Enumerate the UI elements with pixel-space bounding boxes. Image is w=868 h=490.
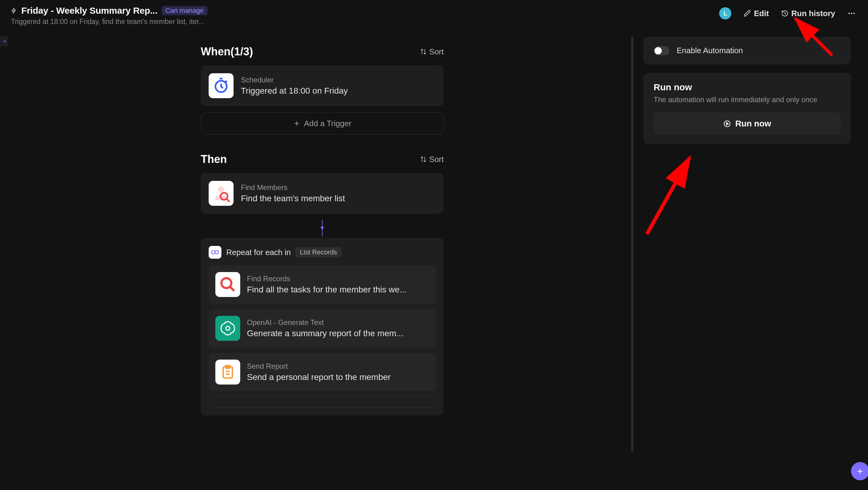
lightning-icon (11, 8, 17, 14)
enable-automation-label: Enable Automation (677, 46, 743, 55)
avatar[interactable]: L (719, 7, 731, 20)
scheduler-icon (209, 73, 234, 98)
svg-point-2 (854, 13, 855, 14)
then-title: Then (201, 153, 227, 166)
flow-connector: ▼ (201, 220, 444, 236)
run-now-title: Run now (654, 82, 841, 92)
app-header: Friday - Weekly Summary Rep... Can manag… (0, 0, 868, 26)
step-desc: Find all the tasks for the member this w… (247, 285, 407, 294)
action-card-find-members[interactable]: Find Members Find the team's member list (201, 173, 444, 214)
trigger-label: Scheduler (241, 76, 348, 84)
sort-label: Sort (429, 47, 444, 57)
history-icon (781, 10, 788, 17)
permission-badge: Can manage (162, 6, 208, 15)
page-subtitle: Triggered at 18:00 on Friday, find the t… (11, 18, 208, 26)
find-members-desc: Find the team's member list (241, 194, 345, 203)
find-members-icon (209, 181, 234, 206)
find-members-label: Find Members (241, 183, 345, 192)
when-section-header: When(1/3) Sort (201, 45, 444, 58)
svg-point-0 (848, 13, 850, 14)
then-section-header: Then Sort (201, 153, 444, 166)
chevron-right-icon (2, 39, 7, 44)
loop-title: Repeat for each in (226, 248, 291, 257)
loop-step-openai[interactable]: OpenAI - Generate Text Generate a summar… (209, 309, 436, 347)
sort-icon (420, 48, 427, 55)
enable-automation-card: Enable Automation (643, 37, 851, 64)
svg-point-1 (851, 13, 852, 14)
loop-step-send-report[interactable]: Send Report Send a personal report to th… (209, 353, 436, 391)
step-label: Send Report (247, 362, 391, 371)
main-container: When(1/3) Sort Scheduler Triggered at 18… (0, 26, 868, 488)
loop-icon (209, 246, 221, 259)
fab-button[interactable]: + (851, 462, 868, 480)
svg-point-6 (211, 251, 215, 254)
enable-automation-toggle[interactable] (654, 46, 670, 55)
run-now-button[interactable]: Run now (654, 113, 841, 135)
plus-icon (293, 120, 300, 127)
scrollbar[interactable] (630, 37, 633, 488)
run-now-label: Run now (735, 119, 771, 128)
send-report-icon (215, 359, 240, 384)
step-desc: Generate a summary report of the mem... (247, 328, 403, 338)
scrollbar-thumb[interactable] (631, 37, 633, 452)
page-title: Friday - Weekly Summary Rep... (21, 5, 158, 16)
sort-when-button[interactable]: Sort (420, 47, 444, 57)
openai-icon (215, 316, 240, 341)
loop-badge: List Records (296, 247, 341, 257)
edit-label: Edit (754, 9, 769, 18)
run-now-card: Run now The automation will run immediat… (643, 73, 851, 144)
edit-button[interactable]: Edit (743, 9, 769, 18)
more-icon[interactable] (847, 9, 856, 18)
svg-point-9 (226, 326, 230, 330)
add-loop-step[interactable] (209, 397, 436, 408)
play-circle-icon (723, 120, 731, 128)
sort-icon (420, 156, 427, 163)
when-title: When(1/3) (201, 45, 253, 58)
svg-point-8 (221, 278, 231, 288)
loop-container[interactable]: Repeat for each in List Records Find Rec… (201, 238, 444, 415)
loop-header: Repeat for each in List Records (209, 246, 436, 259)
trigger-desc: Triggered at 18:00 on Friday (241, 86, 348, 96)
run-history-button[interactable]: Run history (781, 9, 835, 18)
header-right: L Edit Run history (719, 5, 856, 20)
title-row: Friday - Weekly Summary Rep... Can manag… (11, 5, 208, 16)
loop-step-find-records[interactable]: Find Records Find all the tasks for the … (209, 265, 436, 304)
step-label: Find Records (247, 275, 407, 283)
sort-label: Sort (429, 155, 444, 164)
add-trigger-button[interactable]: Add a Trigger (201, 112, 444, 135)
find-records-icon (215, 272, 240, 297)
run-history-label: Run history (792, 9, 835, 18)
step-desc: Send a personal report to the member (247, 372, 391, 382)
add-trigger-label: Add a Trigger (304, 119, 351, 128)
sort-then-button[interactable]: Sort (420, 155, 444, 164)
svg-point-7 (215, 251, 219, 254)
pencil-icon (743, 10, 751, 17)
run-now-subtitle: The automation will run immediately and … (654, 95, 841, 104)
svg-point-5 (220, 193, 227, 200)
side-panel: Enable Automation Run now The automation… (643, 37, 862, 488)
trigger-card-scheduler[interactable]: Scheduler Triggered at 18:00 on Friday (201, 65, 444, 106)
step-label: OpenAI - Generate Text (247, 318, 403, 327)
workflow-canvas: When(1/3) Sort Scheduler Triggered at 18… (11, 37, 633, 488)
expand-sidebar-button[interactable] (0, 36, 8, 47)
header-left: Friday - Weekly Summary Rep... Can manag… (11, 5, 208, 26)
